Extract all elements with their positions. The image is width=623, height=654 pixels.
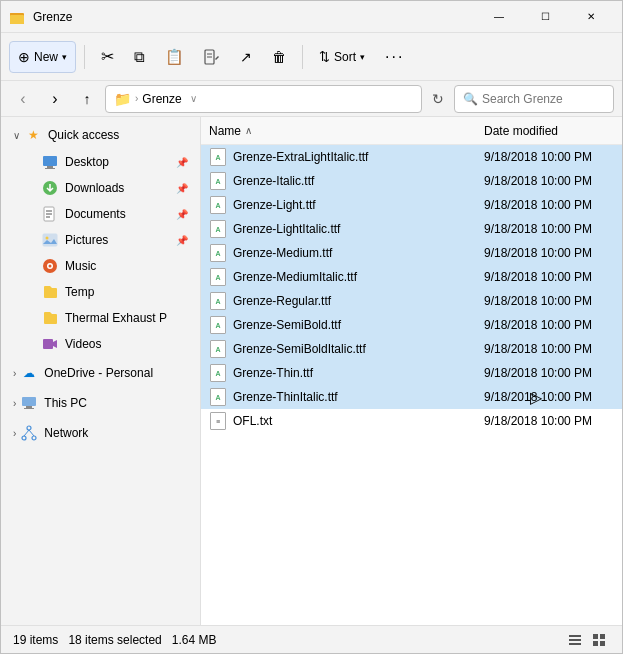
- title-bar: Grenze — ☐ ✕: [1, 1, 622, 33]
- pictures-icon: [41, 231, 59, 249]
- file-name: Grenze-Light.ttf: [233, 198, 484, 212]
- paste-button[interactable]: 📋: [157, 41, 192, 73]
- svg-line-25: [24, 430, 29, 436]
- quick-access-chevron-icon: ∨: [13, 130, 20, 141]
- maximize-button[interactable]: ☐: [522, 1, 568, 33]
- minimize-button[interactable]: —: [476, 1, 522, 33]
- svg-point-22: [27, 426, 31, 430]
- window-title: Grenze: [33, 10, 476, 24]
- sidebar-item-desktop[interactable]: Desktop 📌: [5, 149, 196, 175]
- address-path[interactable]: 📁 › Grenze ∨: [105, 85, 422, 113]
- close-button[interactable]: ✕: [568, 1, 614, 33]
- thispc-header[interactable]: › This PC: [5, 389, 196, 417]
- col-name-header[interactable]: Name ∧: [209, 124, 484, 138]
- ttf-file-icon: A: [209, 244, 227, 262]
- ttf-file-icon: A: [209, 196, 227, 214]
- file-row[interactable]: AGrenze-ThinItalic.ttf9/18/2018 10:00 PM…: [201, 385, 622, 409]
- status-bar: 19 items 18 items selected 1.64 MB: [1, 625, 622, 653]
- file-name: Grenze-Thin.ttf: [233, 366, 484, 380]
- svg-rect-13: [43, 234, 57, 246]
- quick-access-star-icon: ★: [24, 126, 42, 144]
- file-row[interactable]: ≡OFL.txt9/18/2018 10:00 PM: [201, 409, 622, 433]
- file-name: Grenze-LightItalic.ttf: [233, 222, 484, 236]
- network-icon: [20, 424, 38, 442]
- explorer-window: Grenze — ☐ ✕ ⊕ New ▾ ✂ ⧉ 📋: [0, 0, 623, 654]
- new-button[interactable]: ⊕ New ▾: [9, 41, 76, 73]
- more-button[interactable]: ···: [377, 41, 412, 73]
- videos-label: Videos: [65, 337, 188, 351]
- file-row[interactable]: AGrenze-ExtraLightItalic.ttf9/18/2018 10…: [201, 145, 622, 169]
- desktop-label: Desktop: [65, 155, 174, 169]
- ttf-file-icon: A: [209, 316, 227, 334]
- svg-rect-19: [22, 397, 36, 406]
- grid-view-button[interactable]: [588, 629, 610, 651]
- refresh-button[interactable]: ↻: [426, 87, 450, 111]
- file-row[interactable]: AGrenze-MediumItalic.ttf9/18/2018 10:00 …: [201, 265, 622, 289]
- cut-button[interactable]: ✂: [93, 41, 122, 73]
- file-row[interactable]: AGrenze-Light.ttf9/18/2018 10:00 PM: [201, 193, 622, 217]
- file-name: Grenze-MediumItalic.ttf: [233, 270, 484, 284]
- ttf-file-icon: A: [209, 220, 227, 238]
- rename-button[interactable]: [196, 41, 228, 73]
- thispc-label: This PC: [44, 396, 87, 410]
- file-row[interactable]: AGrenze-Regular.ttf9/18/2018 10:00 PM: [201, 289, 622, 313]
- file-row[interactable]: AGrenze-LightItalic.ttf9/18/2018 10:00 P…: [201, 217, 622, 241]
- quick-access-header[interactable]: ∨ ★ Quick access: [5, 121, 196, 149]
- file-date: 9/18/2018 10:00 PM: [484, 174, 614, 188]
- temp-label: Temp: [65, 285, 188, 299]
- path-expand-icon: ∨: [190, 93, 197, 104]
- file-date: 9/18/2018 10:00 PM: [484, 246, 614, 260]
- share-button[interactable]: ↗: [232, 41, 260, 73]
- file-row[interactable]: AGrenze-Thin.ttf9/18/2018 10:00 PM: [201, 361, 622, 385]
- copy-button[interactable]: ⧉: [126, 41, 153, 73]
- back-button[interactable]: ‹: [9, 85, 37, 113]
- music-icon: [41, 257, 59, 275]
- file-name: OFL.txt: [233, 414, 484, 428]
- downloads-pin-icon: 📌: [176, 183, 188, 194]
- sidebar-item-downloads[interactable]: Downloads 📌: [5, 175, 196, 201]
- ttf-file-icon: A: [209, 388, 227, 406]
- svg-rect-5: [43, 156, 57, 166]
- file-row[interactable]: AGrenze-SemiBold.ttf9/18/2018 10:00 PM: [201, 313, 622, 337]
- svg-point-17: [49, 265, 52, 268]
- ttf-file-icon: A: [209, 148, 227, 166]
- up-button[interactable]: ↑: [73, 85, 101, 113]
- onedrive-header[interactable]: › ☁ OneDrive - Personal: [5, 359, 196, 387]
- file-row[interactable]: AGrenze-SemiBoldItalic.ttf9/18/2018 10:0…: [201, 337, 622, 361]
- sort-label: Sort: [334, 50, 356, 64]
- svg-rect-29: [569, 643, 581, 645]
- sidebar-item-videos[interactable]: Videos: [5, 331, 196, 357]
- sidebar-item-thermal[interactable]: Thermal Exhaust P: [5, 305, 196, 331]
- delete-button[interactable]: 🗑: [264, 41, 294, 73]
- svg-rect-27: [569, 635, 581, 637]
- network-section: › Network: [1, 419, 200, 447]
- search-box: 🔍: [454, 85, 614, 113]
- file-rows-container: AGrenze-ExtraLightItalic.ttf9/18/2018 10…: [201, 145, 622, 433]
- new-chevron-icon: ▾: [62, 52, 67, 62]
- col-date-header[interactable]: Date modified: [484, 124, 614, 138]
- file-date: 9/18/2018 10:00 PM: [484, 366, 614, 380]
- back-icon: ‹: [20, 90, 25, 108]
- file-row[interactable]: AGrenze-Medium.ttf9/18/2018 10:00 PM: [201, 241, 622, 265]
- txt-file-icon: ≡: [209, 412, 227, 430]
- search-input[interactable]: [482, 92, 605, 106]
- sidebar-item-music[interactable]: Music: [5, 253, 196, 279]
- forward-button[interactable]: ›: [41, 85, 69, 113]
- list-view-icon: [568, 633, 582, 647]
- refresh-icon: ↻: [432, 91, 444, 107]
- file-name: Grenze-Medium.ttf: [233, 246, 484, 260]
- network-header[interactable]: › Network: [5, 419, 196, 447]
- sidebar-item-pictures[interactable]: Pictures 📌: [5, 227, 196, 253]
- sort-button[interactable]: ⇅ Sort ▾: [311, 41, 373, 73]
- file-name: Grenze-Italic.ttf: [233, 174, 484, 188]
- toolbar-sep-2: [302, 45, 303, 69]
- svg-point-14: [46, 237, 49, 240]
- file-row[interactable]: AGrenze-Italic.ttf9/18/2018 10:00 PM: [201, 169, 622, 193]
- new-label: New: [34, 50, 58, 64]
- list-view-button[interactable]: [564, 629, 586, 651]
- path-name: Grenze: [142, 92, 181, 106]
- sidebar-item-documents[interactable]: Documents 📌: [5, 201, 196, 227]
- file-name: Grenze-Regular.ttf: [233, 294, 484, 308]
- downloads-icon: [41, 179, 59, 197]
- sidebar-item-temp[interactable]: Temp: [5, 279, 196, 305]
